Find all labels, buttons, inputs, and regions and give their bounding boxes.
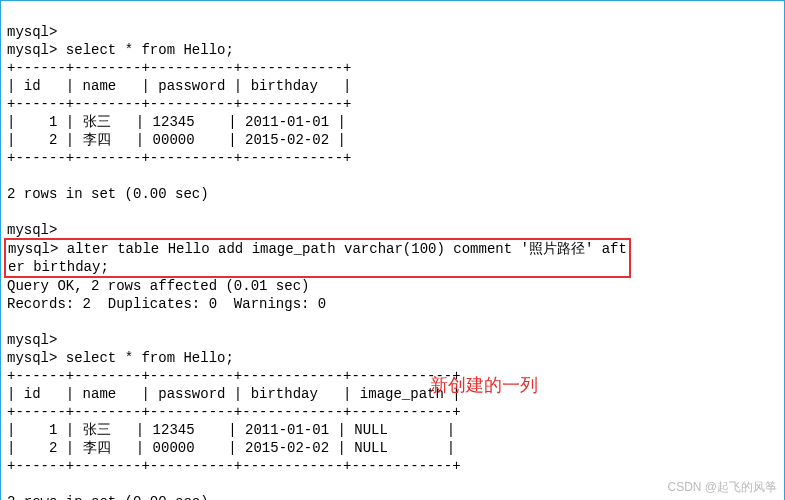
table-border: +------+--------+----------+------------… — [7, 404, 461, 420]
table-row: | 1 | 张三 | 12345 | 2011-01-01 | NULL | — [7, 422, 455, 438]
table-row: | 1 | 张三 | 12345 | 2011-01-01 | — [7, 114, 346, 130]
prompt: mysql> — [7, 42, 57, 58]
alter-result-2: Records: 2 Duplicates: 0 Warnings: 0 — [7, 296, 326, 312]
prompt: mysql> — [7, 24, 57, 40]
table-border: +------+--------+----------+------------… — [7, 458, 461, 474]
alter-line-1: mysql> alter table Hello add image_path … — [8, 241, 627, 257]
table-border: +------+--------+----------+------------… — [7, 60, 351, 76]
terminal-window[interactable]: mysql> mysql> select * from Hello; +----… — [0, 0, 785, 500]
table-border: +------+--------+----------+------------… — [7, 368, 461, 384]
prompt: mysql> — [7, 332, 57, 348]
prompt: mysql> — [7, 222, 57, 238]
alter-result-1: Query OK, 2 rows affected (0.01 sec) — [7, 278, 309, 294]
watermark: CSDN @起飞的风筝 — [667, 479, 777, 496]
sql-query-1: select * from Hello; — [66, 42, 234, 58]
table-row: | 2 | 李四 | 00000 | 2015-02-02 | — [7, 132, 346, 148]
alter-line-2: er birthday; — [8, 259, 109, 275]
result-footer: 2 rows in set (0.00 sec) — [7, 186, 209, 202]
annotation-new-column: 新创建的一列 — [430, 373, 538, 397]
sql-query-2: select * from Hello; — [66, 350, 234, 366]
terminal-output: mysql> mysql> select * from Hello; +----… — [7, 23, 778, 500]
result-footer: 2 rows in set (0.00 sec) — [7, 494, 209, 500]
table-row: | 2 | 李四 | 00000 | 2015-02-02 | NULL | — [7, 440, 455, 456]
alter-statement-highlight: mysql> alter table Hello add image_path … — [4, 238, 631, 278]
table-border: +------+--------+----------+------------… — [7, 150, 351, 166]
table-border: +------+--------+----------+------------… — [7, 96, 351, 112]
table-header: | id | name | password | birthday | imag… — [7, 386, 461, 402]
table-header: | id | name | password | birthday | — [7, 78, 351, 94]
prompt: mysql> — [7, 350, 57, 366]
